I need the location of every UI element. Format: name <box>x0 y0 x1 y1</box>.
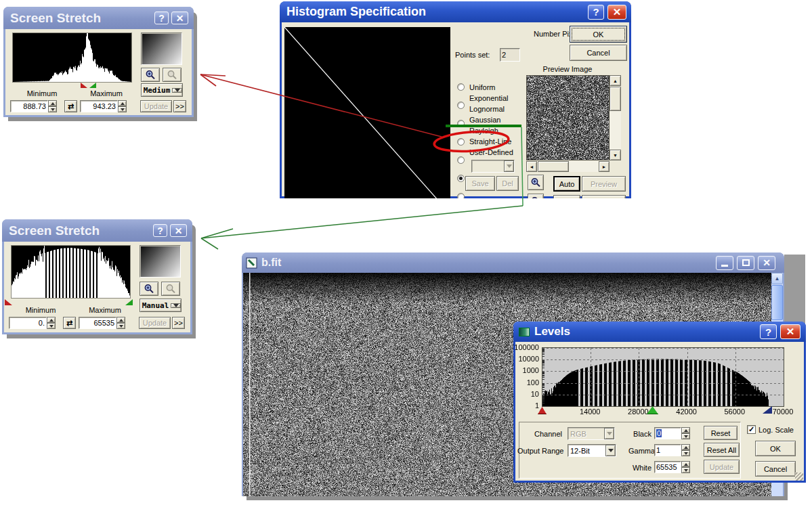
help-button[interactable]: ? <box>588 5 604 20</box>
channel-select[interactable]: RGB <box>568 427 615 440</box>
max-marker[interactable] <box>89 83 96 88</box>
cropped-zoom-button[interactable] <box>528 194 544 198</box>
minimize-button[interactable] <box>716 256 733 270</box>
close-button[interactable]: ✕ <box>758 256 775 270</box>
maximum-spinner[interactable] <box>116 317 125 329</box>
cropped-button[interactable] <box>553 195 580 198</box>
close-button[interactable]: ✕ <box>607 5 626 20</box>
minimum-input[interactable]: 888.73 <box>10 100 48 112</box>
bfit-titlebar[interactable]: b.fit ✕ <box>242 252 784 273</box>
ok-button[interactable]: OK <box>570 26 627 43</box>
expand-button[interactable]: >> <box>173 100 186 112</box>
channel-label: Channel <box>523 430 562 438</box>
update-label: Update <box>144 102 168 110</box>
close-button[interactable]: ✕ <box>780 324 800 339</box>
y-axis-tick-label: 100 <box>513 378 539 387</box>
expand-button[interactable]: >> <box>172 317 185 329</box>
maximum-input[interactable]: 65535 <box>79 317 116 329</box>
stretch-mode-select[interactable]: Medium <box>141 83 183 97</box>
maximize-button[interactable] <box>737 256 754 270</box>
y-axis-tick-label: 10000 <box>513 355 539 363</box>
page-background: { "icons": { "help": "?", "close": "✕", … <box>0 0 812 505</box>
radio-exponential[interactable] <box>457 102 465 109</box>
black-input[interactable]: 0 <box>654 427 681 439</box>
radio-uniform[interactable] <box>457 83 465 91</box>
preview-vertical-scrollbar[interactable]: ▲ ▼ <box>610 75 621 160</box>
save-button[interactable]: Save <box>465 176 495 191</box>
titlebar[interactable]: Screen Stretch ? ✕ <box>2 219 192 242</box>
gamma-spinner[interactable] <box>681 444 690 456</box>
help-button[interactable]: ? <box>760 324 777 339</box>
radio-uniform-label: Uniform <box>469 83 496 91</box>
close-button[interactable]: ✕ <box>170 224 187 237</box>
scroll-down-button[interactable]: ▼ <box>610 150 621 160</box>
radio-gaussian[interactable] <box>457 138 465 146</box>
minimum-input[interactable]: 0. <box>9 317 47 329</box>
zoom-out-button[interactable] <box>161 282 180 296</box>
swap-button[interactable]: ⇄ <box>63 317 76 329</box>
white-input[interactable]: 65535 <box>654 461 681 473</box>
user-defined-select[interactable] <box>471 160 515 173</box>
maximum-input[interactable]: 943.23 <box>80 100 118 112</box>
update-button[interactable]: Update <box>139 317 171 329</box>
scrollbar-thumb[interactable] <box>538 161 569 172</box>
close-button[interactable]: ✕ <box>171 12 188 24</box>
radio-rayleigh[interactable] <box>457 156 465 164</box>
titlebar[interactable]: Screen Stretch ? ✕ <box>3 7 194 29</box>
update-button[interactable]: Update <box>140 100 172 112</box>
output-range-select[interactable]: 12-Bit <box>568 444 616 457</box>
white-spinner[interactable] <box>681 461 690 473</box>
del-button[interactable]: Del <box>496 176 519 191</box>
black-spinner[interactable] <box>681 427 690 439</box>
reset-all-button[interactable]: Reset All <box>704 443 740 457</box>
auto-button[interactable]: Auto <box>553 176 580 192</box>
scroll-left-button[interactable]: ◄ <box>526 161 537 172</box>
minimum-spinner[interactable] <box>48 100 57 112</box>
cancel-label: Cancel <box>586 49 610 57</box>
levels-titlebar[interactable]: Levels ? ✕ <box>513 322 806 342</box>
swap-button[interactable]: ⇄ <box>64 100 77 112</box>
radio-straight-line[interactable] <box>457 175 465 182</box>
cancel-button[interactable]: Cancel <box>570 45 627 61</box>
zoom-out-button[interactable] <box>163 68 181 82</box>
cancel-button[interactable]: Cancel <box>755 461 796 477</box>
swap-icon: ⇄ <box>68 102 74 111</box>
screen-stretch-dialog-bottom: Screen Stretch ? ✕ Manual Minimum Maximu… <box>2 219 192 334</box>
help-button[interactable]: ? <box>154 12 169 24</box>
update-button[interactable]: Update <box>704 460 740 474</box>
minimum-spinner[interactable] <box>47 317 56 329</box>
preview-button[interactable]: Preview <box>582 176 626 192</box>
min-marker[interactable] <box>5 299 12 305</box>
reset-all-label: Reset All <box>707 446 736 454</box>
transfer-function-plot[interactable] <box>284 27 450 198</box>
zoom-in-button[interactable] <box>140 282 158 296</box>
min-marker[interactable] <box>81 83 87 88</box>
preview-label: Preview <box>591 180 617 188</box>
dropdown-icon <box>172 88 182 93</box>
preview-horizontal-scrollbar[interactable]: ◄ ► <box>526 161 610 172</box>
radio-lognormal[interactable] <box>457 120 465 127</box>
stretch-mode-select[interactable]: Manual <box>140 299 181 312</box>
scroll-up-button[interactable]: ▲ <box>610 75 621 86</box>
scrollbar-thumb[interactable] <box>610 87 621 111</box>
zoom-in-button[interactable] <box>141 68 160 82</box>
radio-user-defined[interactable] <box>457 193 465 198</box>
maximum-value: 943.23 <box>93 102 116 110</box>
ok-button[interactable]: OK <box>755 441 796 456</box>
desktop-edge-strip <box>784 255 805 325</box>
help-button[interactable]: ? <box>153 224 167 237</box>
histogram-specification-dialog: Histogram Specification ? ✕ Number Pixel… <box>280 1 631 198</box>
scroll-right-button[interactable]: ► <box>599 161 610 172</box>
zoom-in-button[interactable] <box>528 175 544 190</box>
maximum-spinner[interactable] <box>118 100 127 112</box>
resize-grip[interactable] <box>795 473 803 481</box>
log-scale-checkbox[interactable]: ✓ <box>747 425 756 434</box>
reset-button[interactable]: Reset <box>704 426 738 440</box>
scrollbar-thumb[interactable] <box>771 285 783 320</box>
titlebar[interactable]: Histogram Specification ? ✕ <box>280 1 631 22</box>
black-label: Black <box>628 430 651 438</box>
gamma-input[interactable]: 1 <box>654 444 681 456</box>
scroll-up-button[interactable]: ▲ <box>771 273 783 284</box>
cropped-button[interactable] <box>582 195 626 198</box>
max-marker[interactable] <box>125 299 133 305</box>
